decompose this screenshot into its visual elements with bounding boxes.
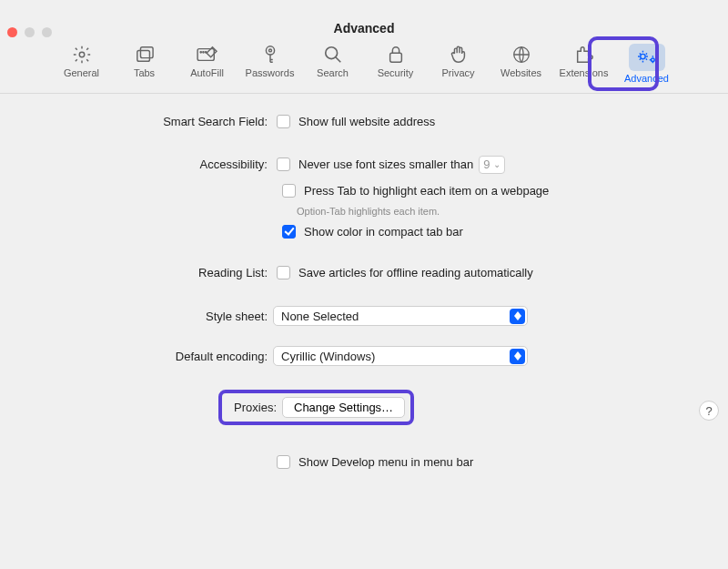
svg-rect-1 bbox=[136, 50, 149, 61]
magnifier-icon bbox=[320, 44, 346, 66]
chevron-down-icon: ⌄ bbox=[493, 159, 500, 169]
tab-tabs[interactable]: Tabs bbox=[119, 44, 169, 84]
preferences-toolbar: General Tabs AutoFill Passwords bbox=[0, 38, 728, 94]
min-font-stepper[interactable]: 9 ⌄ bbox=[479, 156, 505, 174]
save-offline-text: Save articles for offline reading automa… bbox=[298, 266, 533, 279]
key-icon bbox=[258, 44, 283, 66]
default-encoding-label: Default encoding: bbox=[0, 350, 273, 363]
updown-arrows-icon bbox=[510, 309, 525, 324]
tab-label: Tabs bbox=[134, 67, 155, 78]
svg-point-9 bbox=[325, 47, 337, 59]
style-sheet-label: Style sheet: bbox=[0, 310, 273, 323]
press-tab-text: Press Tab to highlight each item on a we… bbox=[304, 184, 549, 198]
gears-icon bbox=[634, 46, 660, 68]
compact-tab-color-checkbox[interactable] bbox=[282, 225, 296, 239]
change-settings-button[interactable]: Change Settings… bbox=[282, 397, 405, 418]
tab-passwords[interactable]: Passwords bbox=[245, 44, 295, 84]
develop-menu-checkbox[interactable] bbox=[277, 455, 290, 469]
updown-arrows-icon bbox=[510, 349, 525, 364]
svg-point-5 bbox=[202, 52, 203, 53]
min-font-text: Never use font sizes smaller than bbox=[298, 157, 473, 171]
tab-security[interactable]: Security bbox=[370, 44, 420, 84]
tab-search[interactable]: Search bbox=[308, 44, 358, 84]
window-controls bbox=[7, 27, 52, 37]
tab-autofill[interactable]: AutoFill bbox=[182, 44, 232, 84]
svg-point-4 bbox=[200, 52, 201, 53]
default-encoding-value: Cyrillic (Windows) bbox=[281, 350, 375, 363]
highlight-proxies: Proxies: Change Settings… bbox=[218, 390, 414, 425]
window-title: Advanced bbox=[334, 21, 395, 36]
tab-label: Advanced bbox=[624, 73, 669, 84]
develop-menu-text: Show Develop menu in menu bar bbox=[298, 455, 473, 469]
tabs-icon bbox=[132, 44, 157, 66]
svg-point-13 bbox=[651, 58, 654, 62]
autofill-icon bbox=[195, 44, 220, 66]
lock-icon bbox=[383, 44, 409, 66]
tab-label: Passwords bbox=[246, 67, 295, 78]
reading-list-label: Reading List: bbox=[0, 266, 273, 279]
gear-icon bbox=[69, 44, 95, 66]
compact-tab-color-text: Show color in compact tab bar bbox=[304, 225, 463, 239]
smart-search-label: Smart Search Field: bbox=[0, 115, 273, 128]
tab-label: Security bbox=[378, 67, 414, 78]
show-full-address-checkbox[interactable] bbox=[277, 115, 290, 128]
title-bar: Advanced bbox=[0, 0, 728, 38]
accessibility-label: Accessibility: bbox=[0, 157, 273, 171]
show-full-address-text: Show full website address bbox=[298, 115, 435, 128]
globe-icon bbox=[509, 44, 534, 66]
hand-icon bbox=[446, 44, 471, 66]
tab-extensions[interactable]: Extensions bbox=[559, 44, 609, 84]
default-encoding-popup[interactable]: Cyrillic (Windows) bbox=[273, 346, 528, 366]
proxies-label: Proxies: bbox=[228, 401, 277, 414]
tab-label: General bbox=[64, 67, 99, 78]
tab-label: Search bbox=[317, 67, 349, 78]
min-font-checkbox[interactable] bbox=[277, 157, 290, 171]
tab-privacy[interactable]: Privacy bbox=[433, 44, 483, 84]
tab-label: AutoFill bbox=[190, 67, 224, 78]
style-sheet-value: None Selected bbox=[281, 310, 359, 323]
style-sheet-popup[interactable]: None Selected bbox=[273, 306, 528, 326]
zoom-window-icon[interactable] bbox=[42, 27, 52, 37]
svg-point-8 bbox=[268, 49, 271, 52]
save-offline-checkbox[interactable] bbox=[277, 266, 290, 279]
svg-rect-2 bbox=[140, 47, 153, 58]
tab-general[interactable]: General bbox=[56, 44, 106, 84]
tab-advanced[interactable]: Advanced bbox=[622, 44, 672, 84]
svg-rect-10 bbox=[389, 53, 401, 62]
press-tab-checkbox[interactable] bbox=[282, 184, 296, 198]
svg-point-7 bbox=[266, 46, 274, 55]
tab-label: Websites bbox=[500, 67, 541, 78]
close-window-icon[interactable] bbox=[7, 27, 17, 37]
tab-label: Privacy bbox=[441, 67, 474, 78]
minimize-window-icon[interactable] bbox=[25, 27, 35, 37]
option-tab-hint: Option-Tab highlights each item. bbox=[297, 206, 637, 217]
svg-rect-3 bbox=[197, 49, 214, 61]
advanced-form: Smart Search Field: Show full website ad… bbox=[0, 94, 728, 472]
help-button[interactable]: ? bbox=[699, 401, 719, 421]
svg-point-0 bbox=[79, 52, 85, 57]
puzzle-icon bbox=[571, 44, 597, 66]
tab-label: Extensions bbox=[560, 67, 609, 78]
tab-websites[interactable]: Websites bbox=[496, 44, 546, 84]
svg-point-12 bbox=[640, 54, 644, 58]
